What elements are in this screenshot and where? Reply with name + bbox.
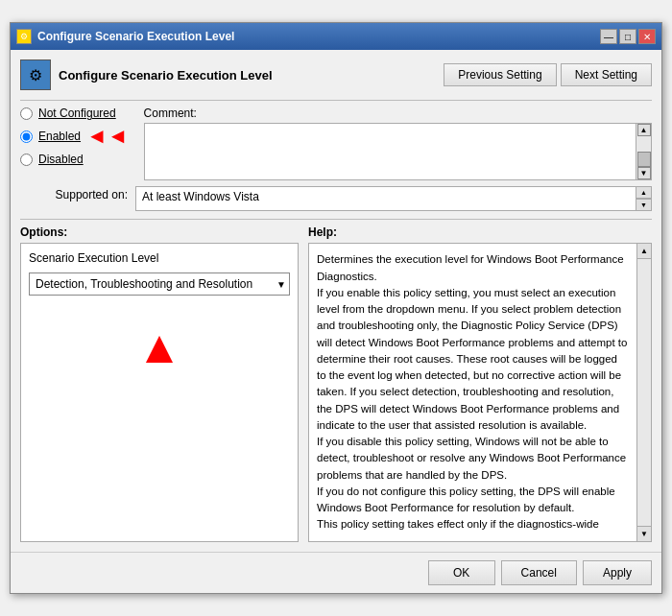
- header-left: ⚙ Configure Scenario Execution Level: [20, 59, 273, 90]
- not-configured-input[interactable]: [20, 107, 33, 120]
- options-help-row: Scenario Execution Level Detection, Trou…: [20, 243, 652, 541]
- help-label-wrapper: Help:: [308, 225, 652, 239]
- help-label: Help:: [308, 225, 337, 239]
- help-scroll-down-btn[interactable]: ▼: [637, 526, 651, 541]
- section-divider: [20, 219, 652, 220]
- supported-scroll-wrapper: At least Windows Vista ▲ ▼: [135, 186, 652, 211]
- title-bar: ⚙ Configure Scenario Execution Level — □…: [11, 23, 661, 50]
- radio-group: Not Configured Enabled ◄ ◄ Disabled: [20, 107, 129, 180]
- red-arrow-icon: ◄: [86, 126, 108, 147]
- title-bar-left: ⚙ Configure Scenario Execution Level: [16, 29, 234, 44]
- comment-section: Comment: ▲ ▼: [144, 107, 652, 180]
- scenario-dropdown[interactable]: Detection, Troubleshooting and Resolutio…: [29, 272, 290, 296]
- disabled-radio[interactable]: Disabled: [20, 153, 129, 166]
- header-title: Configure Scenario Execution Level: [59, 68, 273, 83]
- help-scrollbar[interactable]: ▲ ▼: [636, 243, 652, 541]
- options-help-labels: Options: Help:: [20, 225, 652, 239]
- enabled-arrow: ◄ ◄: [86, 126, 129, 147]
- supported-scroll-down[interactable]: ▼: [636, 199, 651, 210]
- ok-button[interactable]: OK: [428, 560, 495, 585]
- options-panel-title: Scenario Execution Level: [29, 251, 290, 265]
- supported-scrollbar[interactable]: ▲ ▼: [636, 186, 652, 211]
- enabled-input[interactable]: [20, 130, 33, 143]
- disabled-input[interactable]: [20, 154, 33, 166]
- help-scroll-wrapper: Determines the execution level for Windo…: [308, 243, 652, 541]
- comment-label: Comment:: [144, 107, 652, 120]
- comment-scrollbar[interactable]: ▲ ▼: [636, 123, 652, 180]
- dropdown-red-arrow: ▲: [29, 324, 290, 370]
- help-text-0: Determines the execution level for Windo…: [317, 251, 629, 285]
- next-setting-button[interactable]: Next Setting: [561, 63, 652, 86]
- maximize-button[interactable]: □: [619, 29, 636, 44]
- enabled-radio[interactable]: Enabled: [20, 130, 81, 143]
- options-panel: Scenario Execution Level Detection, Trou…: [20, 243, 299, 541]
- window-content: ⚙ Configure Scenario Execution Level Pre…: [11, 50, 661, 551]
- help-scroll-up-btn[interactable]: ▲: [637, 244, 651, 259]
- comment-textarea[interactable]: [144, 123, 636, 180]
- not-configured-label: Not Configured: [38, 107, 116, 120]
- previous-setting-button[interactable]: Previous Setting: [444, 63, 556, 86]
- apply-button[interactable]: Apply: [583, 560, 652, 585]
- close-button[interactable]: ✕: [638, 29, 656, 44]
- title-buttons: — □ ✕: [600, 29, 656, 44]
- minimize-button[interactable]: —: [600, 29, 617, 44]
- window-icon: ⚙: [16, 29, 32, 44]
- window-title: Configure Scenario Execution Level: [37, 30, 234, 43]
- main-window: ⚙ Configure Scenario Execution Level — □…: [10, 22, 662, 593]
- dropdown-wrapper: Detection, Troubleshooting and Resolutio…: [29, 272, 290, 296]
- header-buttons: Previous Setting Next Setting: [444, 63, 652, 86]
- not-configured-radio[interactable]: Not Configured: [20, 107, 129, 120]
- top-section: Not Configured Enabled ◄ ◄ Disabled: [20, 107, 652, 180]
- options-label-wrapper: Options:: [20, 225, 299, 239]
- help-panel: Determines the execution level for Windo…: [308, 243, 636, 541]
- footer: OK Cancel Apply: [11, 552, 661, 593]
- red-up-arrow-icon: ▲: [29, 324, 290, 370]
- supported-label: Supported on:: [20, 188, 135, 201]
- red-arrow-icon2: ◄: [108, 126, 129, 147]
- enabled-label: Enabled: [38, 130, 81, 143]
- supported-scroll-up[interactable]: ▲: [636, 187, 651, 199]
- scrollbar-down-btn[interactable]: ▼: [637, 167, 651, 179]
- help-scroll-track: [637, 259, 651, 525]
- scrollbar-thumb[interactable]: [637, 152, 651, 167]
- comment-scroll-wrapper: ▲ ▼: [144, 123, 652, 180]
- help-text-3: If you do not configure this policy sett…: [317, 484, 629, 517]
- enabled-row: Enabled ◄ ◄: [20, 126, 129, 147]
- supported-value: At least Windows Vista: [135, 186, 636, 211]
- help-text-4: This policy setting takes effect only if…: [317, 516, 629, 533]
- help-text-2: If you disable this policy setting, Wind…: [317, 434, 629, 484]
- header-icon: ⚙: [20, 59, 51, 90]
- supported-row: Supported on: At least Windows Vista ▲ ▼: [20, 186, 652, 211]
- cancel-button[interactable]: Cancel: [501, 560, 577, 585]
- scrollbar-up-btn[interactable]: ▲: [637, 124, 651, 136]
- header-row: ⚙ Configure Scenario Execution Level Pre…: [20, 59, 652, 90]
- header-divider: [20, 100, 652, 101]
- help-text-1: If you enable this policy setting, you m…: [317, 285, 629, 434]
- disabled-label: Disabled: [38, 153, 84, 166]
- options-label: Options:: [20, 225, 67, 239]
